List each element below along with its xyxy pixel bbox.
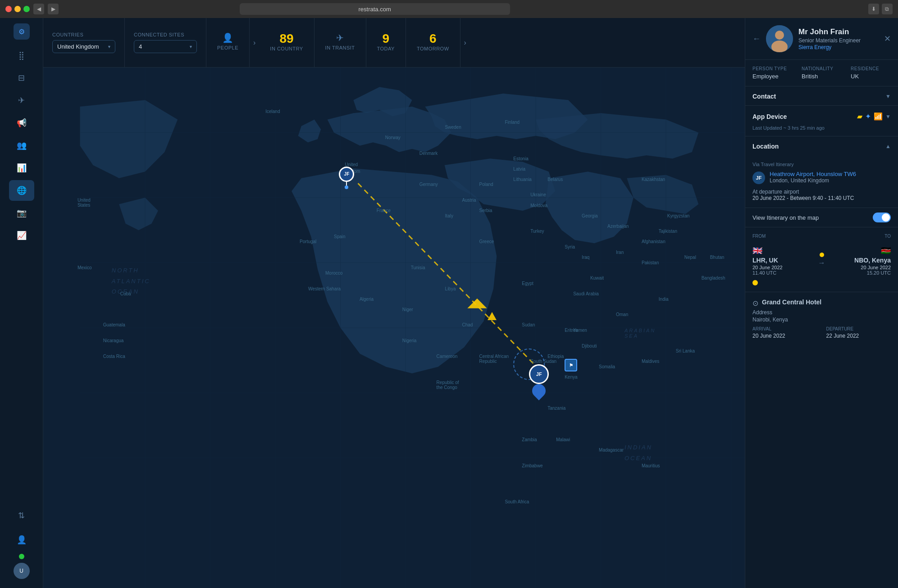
signal-icon: 📶: [874, 112, 883, 121]
contact-label: Contact: [752, 93, 776, 100]
panel-back-button[interactable]: ←: [752, 34, 761, 44]
sidebar-item-map[interactable]: 🌐: [9, 180, 34, 201]
download-button[interactable]: ⬇: [868, 4, 879, 14]
bluetooth-icon: ✦: [865, 112, 871, 121]
sidebar-item-reports[interactable]: 📈: [9, 225, 34, 246]
countries-dropdown[interactable]: United Kingdom: [52, 40, 115, 53]
camera-icon: 📷: [17, 208, 27, 218]
panel-header: ← Mr John Frain Senior Materials Enginee…: [745, 18, 898, 60]
to-date: 20 June 2022: [830, 265, 891, 270]
sidebar-item-stats[interactable]: 📊: [9, 158, 34, 178]
address-bar[interactable]: restrata.com: [240, 3, 510, 15]
person-type-field: PERSON TYPE Employee: [752, 66, 793, 80]
site-marker-text: ⚑: [569, 363, 573, 368]
countries-label: COUNTRIES: [52, 32, 115, 37]
user-avatar[interactable]: U: [14, 563, 30, 579]
hotel-icon: ⊙: [752, 299, 758, 308]
via-travel-label: Via Travel Itinerary: [752, 162, 891, 167]
arrow-right-icon: →: [818, 259, 825, 267]
connected-sites-section: CONNECTED SITES 4: [125, 18, 206, 67]
location-section-header[interactable]: Location ▲: [745, 136, 898, 155]
today-label: TODAY: [377, 46, 395, 51]
minimize-button[interactable]: [14, 6, 21, 12]
app-device-section[interactable]: App Device ▰ ✦ 📶 ▼: [745, 106, 898, 122]
tomorrow-label: TOMORROW: [417, 46, 449, 51]
sidebar-item-people[interactable]: 👥: [9, 135, 34, 156]
flight-info-section: FROM TO 🇬🇧 LHR, UK 20 June 2022 11.40 UT…: [745, 227, 898, 292]
hotel-info-section: ⊙ Grand Central Hotel Address Nairobi, K…: [745, 292, 898, 345]
app-device-chevron: ▼: [885, 113, 891, 120]
uk-map-pin[interactable]: JF: [339, 167, 354, 189]
flight-from-col: FROM: [752, 234, 820, 240]
from-flag: 🇬🇧: [752, 246, 814, 256]
map-icon: 🌐: [17, 185, 27, 195]
svg-point-21: [775, 31, 784, 40]
location-text: Heathrow Airport, Hounslow TW6 London, U…: [770, 171, 856, 184]
departure-datetime: 20 June 2022 - Between 9:40 - 11:40 UTC: [752, 195, 891, 201]
avatar-initials: U: [19, 568, 23, 574]
reports-icon: 📈: [17, 231, 27, 240]
today-stat: 9 TODAY: [366, 18, 406, 67]
sidebar-item-alerts[interactable]: 📢: [9, 113, 34, 133]
people-stat-icon: 👤: [222, 32, 233, 43]
battery-icon: ▰: [857, 112, 862, 121]
location-airport: Heathrow Airport, Hounslow TW6: [770, 171, 856, 177]
sidebar-item-profile[interactable]: 👤: [9, 529, 34, 550]
residence-label: RESIDENCE: [851, 66, 891, 71]
sidebar-item-analytics[interactable]: ⊟: [9, 68, 34, 88]
back-button[interactable]: ◀: [33, 4, 44, 14]
analytics-icon: ⊟: [18, 73, 25, 83]
in-country-stat: 89 IN COUNTRY: [259, 18, 314, 67]
people-stat-label: PEOPLE: [217, 45, 238, 50]
contact-section[interactable]: Contact ▼: [745, 86, 898, 106]
uk-pin-avatar: JF: [339, 167, 354, 182]
last-updated-text: Last Updated ~ 3 hrs 25 min ago: [752, 125, 891, 131]
to-label: TO: [824, 234, 891, 239]
stats-chevron[interactable]: ›: [460, 39, 470, 47]
sidebar-item-camera[interactable]: 📷: [9, 203, 34, 223]
windowed-button[interactable]: ⧉: [882, 4, 893, 14]
from-date: 20 June 2022: [752, 265, 814, 270]
connected-sites-value: 4: [139, 43, 142, 50]
sidebar-item-travel[interactable]: ✈: [9, 90, 34, 111]
location-city: London, United Kingdom: [770, 177, 856, 184]
itinerary-toggle-label: View Itinerary on the map: [752, 214, 819, 221]
pin-base: [345, 185, 348, 189]
tomorrow-stat: 6 TOMORROW: [406, 18, 460, 67]
person-details-row: PERSON TYPE Employee NATIONALITY British…: [752, 66, 891, 80]
app-device-label: App Device: [752, 113, 787, 120]
location-details: Via Travel Itinerary JF Heathrow Airport…: [745, 155, 898, 208]
yellow-dot: [752, 280, 758, 285]
travel-icon: ✈: [18, 95, 25, 105]
sidebar-logo[interactable]: ⚙: [14, 23, 30, 40]
hotel-address-label: Address: [752, 309, 891, 316]
last-updated-section: Last Updated ~ 3 hrs 25 min ago: [745, 122, 898, 136]
in-transit-icon: ✈: [336, 32, 344, 43]
location-label: Location: [752, 143, 779, 150]
people-chevron[interactable]: ›: [250, 39, 259, 47]
location-pin: JF: [752, 172, 765, 184]
sidebar-bottom: ⇅ 👤 U: [9, 505, 34, 583]
close-button[interactable]: [5, 6, 12, 12]
to-time: 15.20 UTC: [830, 270, 891, 276]
countries-section: COUNTRIES United Kingdom: [43, 18, 125, 67]
maximize-button[interactable]: [23, 6, 30, 12]
person-role: Senior Materials Engineer: [798, 37, 879, 44]
toggle-thumb: [882, 213, 890, 222]
destination-area[interactable]: JF: [529, 364, 549, 384]
contact-chevron: ▼: [885, 93, 891, 100]
arrival-label: ARRIVAL: [752, 326, 817, 331]
traffic-lights: [5, 6, 30, 12]
forward-button[interactable]: ▶: [48, 4, 59, 14]
sidebar-item-settings[interactable]: ⇅: [9, 505, 34, 526]
connected-sites-dropdown[interactable]: 4: [134, 40, 197, 53]
browser-chrome: ◀ ▶ restrata.com ⬇ ⧉: [0, 0, 898, 18]
site-marker[interactable]: ⚑: [565, 359, 577, 371]
itinerary-toggle-switch[interactable]: [873, 213, 891, 222]
in-country-value: 89: [279, 32, 293, 46]
flight-header-row: FROM TO: [752, 234, 891, 240]
sidebar-item-dashboard[interactable]: ⣿: [9, 45, 34, 66]
hotel-departure: DEPARTURE 22 June 2022: [826, 326, 891, 339]
hotel-name: Grand Central Hotel: [762, 299, 821, 306]
panel-close-button[interactable]: ✕: [884, 34, 891, 44]
